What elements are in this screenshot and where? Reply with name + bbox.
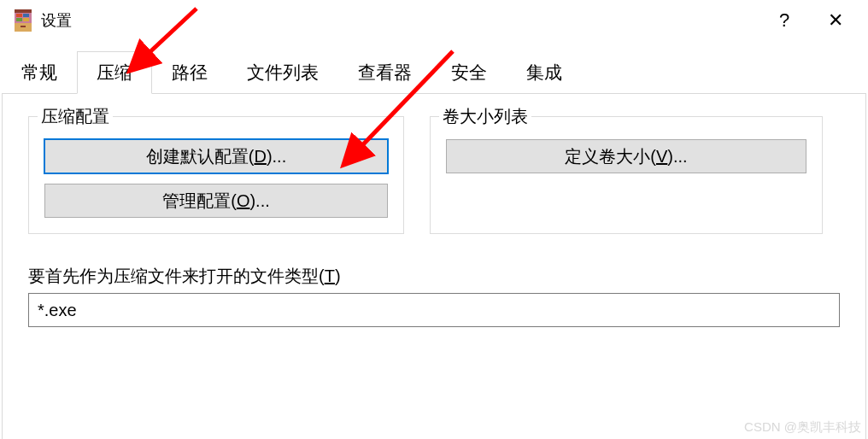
tab-filelist[interactable]: 文件列表 (227, 51, 338, 94)
define-volume-sizes-button[interactable]: 定义卷大小(V)... (446, 139, 806, 173)
groupbox-label-compression: 压缩配置 (38, 105, 113, 128)
button-label: 管理配置(O)... (162, 190, 270, 213)
groupbox-compression-profiles: 压缩配置 创建默认配置(D)... 管理配置(O)... (28, 116, 404, 234)
create-default-profile-button[interactable]: 创建默认配置(D)... (44, 139, 388, 173)
tab-strip: 常规 压缩 路径 文件列表 查看器 安全 集成 (2, 51, 868, 94)
close-button[interactable]: ✕ (810, 0, 861, 41)
window-title: 设置 (41, 10, 72, 31)
svg-rect-7 (21, 26, 26, 27)
groupbox-volume-sizes: 卷大小列表 定义卷大小(V)... (430, 116, 823, 234)
svg-rect-2 (16, 14, 22, 17)
tab-general[interactable]: 常规 (2, 51, 77, 94)
tab-compression[interactable]: 压缩 (77, 51, 152, 94)
app-icon (12, 9, 34, 32)
tab-paths[interactable]: 路径 (152, 51, 227, 94)
button-label: 定义卷大小(V)... (565, 145, 687, 168)
tab-security[interactable]: 安全 (431, 51, 507, 94)
button-label: 创建默认配置(D)... (146, 145, 286, 168)
tab-viewer[interactable]: 查看器 (338, 51, 431, 94)
tab-integration[interactable]: 集成 (507, 51, 582, 94)
svg-rect-5 (23, 18, 29, 21)
groupbox-label-volume: 卷大小列表 (439, 105, 531, 128)
svg-rect-4 (23, 14, 29, 17)
help-button[interactable]: ? (759, 0, 810, 41)
tab-panel-compression: 压缩配置 创建默认配置(D)... 管理配置(O)... 卷大小列表 定义卷大小… (2, 93, 866, 439)
manage-profiles-button[interactable]: 管理配置(O)... (44, 184, 388, 218)
file-types-input[interactable] (28, 293, 840, 327)
file-types-label: 要首先作为压缩文件来打开的文件类型(T) (28, 265, 840, 288)
svg-rect-0 (15, 9, 32, 13)
svg-rect-3 (16, 18, 22, 21)
